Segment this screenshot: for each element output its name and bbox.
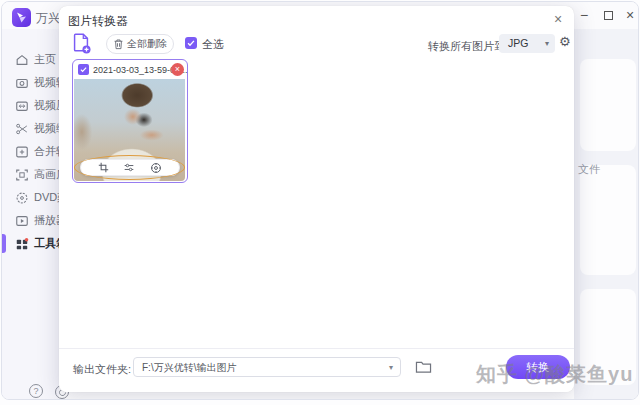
format-value: JPG	[508, 37, 528, 49]
folder-icon	[415, 359, 432, 374]
sidebar: 主页 视频转 视频压 视频编 合并转	[2, 29, 59, 400]
card-hover-toolbar	[80, 159, 180, 176]
scissors-icon	[15, 122, 29, 136]
delete-all-button[interactable]: 全部删除	[106, 34, 174, 54]
sidebar-item-label: 播放器	[34, 213, 59, 228]
home-icon	[15, 53, 29, 67]
format-dropdown[interactable]: JPG ▾	[499, 34, 555, 53]
background-panel	[580, 59, 636, 151]
background-panel	[580, 165, 636, 275]
sidebar-item-label: 高画质	[34, 167, 59, 182]
main-window: 万兴优 − × 主页 视频转 视频压	[1, 1, 639, 400]
output-path-dropdown[interactable]: F:\万兴优转\输出图片 ▾	[133, 357, 401, 377]
image-card[interactable]: 2021-03-03_13-59-09... ×	[72, 59, 188, 183]
select-all-checkbox[interactable]	[185, 37, 197, 49]
browse-folder-button[interactable]	[415, 359, 432, 375]
sidebar-item-video-convert[interactable]: 视频转	[2, 71, 59, 94]
sidebar-item-player[interactable]: 播放器	[2, 209, 59, 232]
crop-icon[interactable]	[98, 162, 109, 173]
video-convert-icon	[15, 76, 29, 90]
video-compress-icon	[15, 99, 29, 113]
sidebar-item-video-edit[interactable]: 视频编	[2, 117, 59, 140]
dvd-icon	[15, 191, 29, 205]
sidebar-item-label: 工具箱	[34, 236, 59, 251]
sidebar-item-label: 视频转	[34, 75, 59, 90]
card-checkbox[interactable]	[78, 64, 89, 75]
player-icon	[15, 214, 29, 228]
trash-icon	[113, 38, 124, 50]
add-image-button[interactable]	[70, 32, 92, 54]
sidebar-item-merge[interactable]: 合并转	[2, 140, 59, 163]
sidebar-item-dvd[interactable]: DVD刻	[2, 186, 59, 209]
sidebar-item-toolbox[interactable]: 工具箱	[2, 232, 59, 255]
background-content: 文件	[574, 29, 639, 400]
sidebar-item-label: DVD刻	[34, 190, 59, 205]
dialog-title: 图片转换器	[68, 13, 128, 30]
screen: 万兴优 − × 主页 视频转 视频压	[0, 0, 640, 405]
sidebar-item-video-compress[interactable]: 视频压	[2, 94, 59, 117]
delete-all-label: 全部删除	[127, 37, 167, 51]
check-icon	[79, 65, 88, 74]
select-all-label: 全选	[202, 37, 224, 52]
output-path-value: F:\万兴优转\输出图片	[142, 362, 236, 373]
window-maximize-button[interactable]	[600, 8, 616, 24]
chevron-down-icon: ▾	[389, 358, 393, 377]
dialog-close-icon[interactable]: ×	[549, 10, 567, 28]
sidebar-item-label: 视频压	[34, 98, 59, 113]
app-logo-icon	[12, 8, 31, 27]
sidebar-item-label: 视频编	[34, 121, 59, 136]
add-file-icon	[70, 32, 92, 54]
output-folder-label: 输出文件夹:	[73, 362, 131, 377]
settings-gear-icon[interactable]	[150, 162, 162, 174]
check-icon	[186, 38, 196, 48]
sidebar-item-label: 合并转	[34, 144, 59, 159]
sidebar-item-home[interactable]: 主页	[2, 48, 59, 71]
window-close-button[interactable]: ×	[622, 8, 638, 24]
watermark: 知乎 @酸菜鱼yu	[476, 361, 633, 388]
image-converter-dialog: 图片转换器 × 全部删除 全选 转换所有图片到	[59, 6, 574, 392]
adjust-sliders-icon[interactable]	[123, 162, 135, 173]
convert-all-to-label: 转换所有图片到:	[428, 39, 508, 54]
merge-icon	[15, 145, 29, 159]
background-text-fragment: 文件	[578, 162, 600, 177]
help-icon[interactable]: ?	[29, 384, 43, 398]
window-minimize-button[interactable]: −	[576, 8, 592, 24]
toolbox-icon	[15, 237, 29, 251]
format-settings-gear-icon[interactable]: ⚙	[559, 34, 571, 49]
sidebar-item-hd[interactable]: 高画质	[2, 163, 59, 186]
card-delete-button[interactable]: ×	[171, 63, 184, 76]
sidebar-item-label: 主页	[34, 52, 56, 67]
chevron-down-icon: ▾	[545, 34, 549, 53]
frame-icon	[15, 168, 29, 182]
